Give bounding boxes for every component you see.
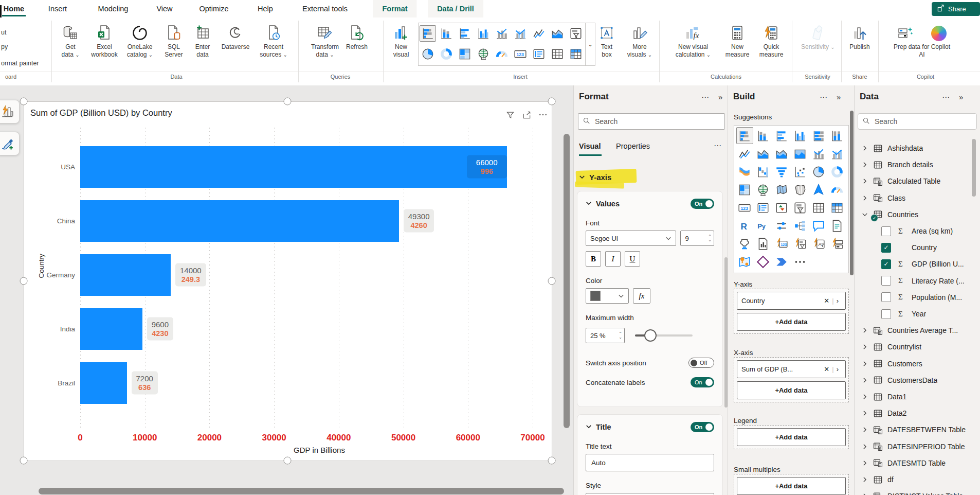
ribbon-button-quick-measure[interactable]: Quickmeasure [755,22,788,58]
card-visual-icon[interactable]: 123 [513,46,528,62]
map-visual-icon[interactable] [476,46,491,62]
data-pane-scrollbar[interactable] [972,139,976,197]
ribbon-button-onelake-catalog[interactable]: OneLakecatalog ⌄ [123,22,156,59]
clipboard-item-partial[interactable]: ut [1,29,6,36]
font-family-select[interactable]: Segoe UI [586,231,676,246]
data-search-box[interactable] [858,113,977,130]
visual-type-field-parameters[interactable] [774,218,790,234]
bar-germany[interactable] [80,254,171,296]
chevron-right-icon[interactable] [862,444,869,450]
field-row-country[interactable]: ✓Country [855,240,974,255]
chevron-right-icon[interactable] [862,410,869,416]
bar-usa[interactable] [80,146,507,188]
values-toggle[interactable]: On [691,199,714,209]
visual-type-treemap[interactable] [737,182,753,198]
donut-visual-icon[interactable] [439,46,454,62]
field-pill[interactable]: Country✕|› [737,292,846,310]
more-options-icon[interactable]: ⋯ [714,141,722,150]
canvas-vertical-scrollbar[interactable] [564,134,570,428]
table-row-customersdata[interactable]: CustomersData [855,373,974,388]
more-options-icon[interactable]: ⋯ [701,93,710,102]
slicer-visual-icon[interactable] [568,26,584,41]
add-data-button[interactable]: +Add data [737,428,846,446]
underline-button[interactable]: U [625,251,640,267]
chevron-right-icon[interactable] [862,178,869,184]
field-row-population-m-[interactable]: ΣPopulation (M... [855,290,974,305]
line-clustered-column-visual-icon[interactable] [513,26,528,41]
ribbon-button-enter-data[interactable]: Enterdata [186,22,219,58]
add-data-button[interactable]: +Add data [737,381,846,399]
visual-type-line[interactable] [737,146,753,162]
table-row-customers[interactable]: Customers [855,356,974,372]
visual-type-r-script[interactable]: R [737,218,753,234]
font-size-stepper[interactable]: 9 ⌃⌄ [680,231,714,246]
visual-type-power-apps[interactable] [755,254,771,270]
bar-china[interactable] [80,200,399,242]
field-checkbox[interactable] [881,309,891,319]
table-row-countrylist[interactable]: Countrylist [855,339,974,355]
stacked-bar-visual-icon[interactable] [420,25,436,42]
menu-tab-data-drill[interactable]: Data / Drill [428,0,483,17]
style-select[interactable] [586,493,714,495]
menu-tab-modeling[interactable]: Modeling [98,0,129,17]
table-row-distinct-values-table[interactable]: DISTINCT Values Table [855,488,974,495]
visual-type-stacked-area[interactable] [774,146,790,162]
table-row-datesinperiod-table[interactable]: DATESINPERIOD Table [855,439,974,454]
table-row-datesbetween-table[interactable]: DATESBETWEEN Table [855,422,974,437]
visual-type-kpi[interactable] [774,200,790,216]
visual-type-line-stacked-column[interactable] [811,146,827,162]
visual-type-new-slicer[interactable] [792,236,808,252]
visual-type-funnel[interactable] [774,164,790,180]
visual-type-decomposition-tree[interactable] [792,218,808,234]
chevron-right-icon[interactable] [862,344,869,350]
visual-type-shape-map[interactable] [792,182,808,198]
title-text-input[interactable]: Auto [586,454,714,471]
ribbon-button-sql-server[interactable]: SQLServer [157,22,190,58]
chevron-right-icon[interactable] [862,145,869,151]
clipboard-item-partial[interactable]: ormat painter [1,60,39,67]
chevron-right-icon[interactable] [862,394,869,400]
more-options-icon[interactable]: ⋯ [820,93,828,102]
menu-tab-help[interactable]: Help [258,0,273,17]
visual-resize-handle[interactable] [20,277,28,285]
format-search-input[interactable] [594,117,720,126]
chevron-right-icon[interactable] [862,460,869,466]
clustered-bar-visual-icon[interactable] [457,26,473,41]
visual-type-filled-map[interactable] [774,182,790,198]
fx-conditional-format-button[interactable]: fx [633,288,650,304]
visual-type-paginated-report[interactable] [755,236,771,252]
table-row-data1[interactable]: Data1 [855,389,974,404]
data-search-input[interactable] [874,117,972,126]
ribbon-button-more-visuals[interactable]: Morevisuals ⌄ [623,22,656,59]
matrix-visual-icon[interactable] [568,46,584,62]
build-pane-scrollbar[interactable] [850,111,854,275]
visual-resize-handle[interactable] [20,457,28,465]
visual-type-card[interactable]: 123 [737,200,753,216]
visual-type-table[interactable] [811,200,827,216]
share-button[interactable]: Share [932,2,980,16]
field-row-area-sq-km-[interactable]: ΣArea (sq km) [855,223,974,239]
visual-type-map[interactable] [755,182,771,198]
switch-axis-toggle[interactable]: Off [688,358,714,368]
gauge-visual-icon[interactable] [494,46,510,62]
visual-type-donut[interactable] [829,164,845,180]
table-row-df[interactable]: df [855,472,974,487]
visual-resize-handle[interactable] [548,457,556,465]
visual-type-clustered-bar[interactable] [774,128,790,144]
ribbon-button-refresh[interactable]: Refresh [340,22,373,51]
visual-type-qa[interactable] [811,218,827,234]
menu-tab-view[interactable]: View [156,0,172,17]
table-row-ashishdata[interactable]: Ashishdata [855,140,974,156]
ribbon-button-text-box[interactable]: Textbox [590,22,623,58]
visual-type-clustered-column[interactable] [792,128,808,144]
clipboard-item-partial[interactable]: py [1,43,8,50]
chevron-right-icon[interactable] [862,361,869,367]
tab-visual[interactable]: Visual [579,142,601,150]
ribbon-button-prep-data-for-copilot-ai[interactable]: Prep data for CopilotAI [878,22,966,58]
field-options-icon[interactable]: › [834,365,841,373]
ribbon-button-excel-workbook[interactable]: Excelworkbook [88,22,121,58]
on-object-format-button[interactable] [0,132,20,155]
field-pill[interactable]: Sum of GDP (B...✕|› [737,360,846,378]
visual-type-area[interactable] [755,146,771,162]
visual-resize-handle[interactable] [284,457,292,465]
